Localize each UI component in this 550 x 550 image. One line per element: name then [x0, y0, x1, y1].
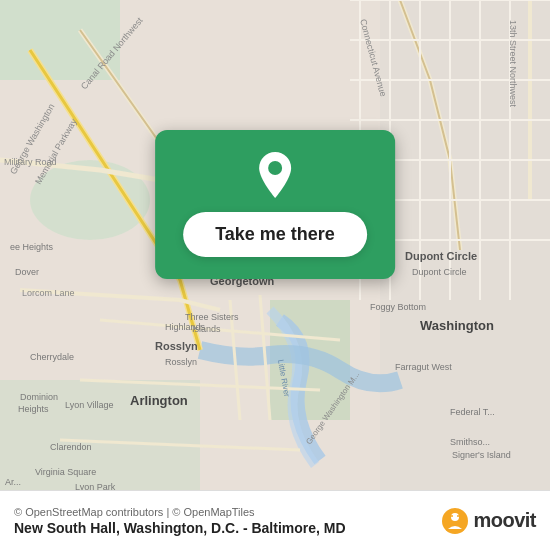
svg-text:Smithso...: Smithso...: [450, 437, 490, 447]
map-attribution: © OpenStreetMap contributors | © OpenMap…: [14, 506, 431, 518]
svg-text:Highlands: Highlands: [165, 322, 206, 332]
svg-text:Foggy Bottom: Foggy Bottom: [370, 302, 426, 312]
svg-text:Lyon Village: Lyon Village: [65, 400, 114, 410]
svg-text:Dover: Dover: [15, 267, 39, 277]
svg-text:Washington: Washington: [420, 318, 494, 333]
svg-text:Lorcom Lane: Lorcom Lane: [22, 288, 75, 298]
svg-text:Virginia Square: Virginia Square: [35, 467, 96, 477]
svg-text:ee Heights: ee Heights: [10, 242, 54, 252]
svg-text:Rosslyn: Rosslyn: [165, 357, 197, 367]
moovit-icon: [441, 507, 469, 535]
svg-text:Federal T...: Federal T...: [450, 407, 495, 417]
svg-text:Dupont Circle: Dupont Circle: [405, 250, 477, 262]
green-card: Take me there: [155, 130, 395, 279]
svg-text:13th Street Northwest: 13th Street Northwest: [508, 20, 518, 108]
svg-text:Signer's Island: Signer's Island: [452, 450, 511, 460]
moovit-logo: moovit: [441, 507, 536, 535]
bottom-bar: © OpenStreetMap contributors | © OpenMap…: [0, 490, 550, 550]
svg-point-59: [268, 161, 282, 175]
svg-text:Cherrydale: Cherrydale: [30, 352, 74, 362]
svg-text:Clarendon: Clarendon: [50, 442, 92, 452]
svg-point-61: [451, 513, 459, 521]
take-me-there-button[interactable]: Take me there: [183, 212, 367, 257]
svg-text:Dominion: Dominion: [20, 392, 58, 402]
map-container: George Washington Memorial Parkway Canal…: [0, 0, 550, 490]
svg-text:Heights: Heights: [18, 404, 49, 414]
svg-text:Rosslyn: Rosslyn: [155, 340, 198, 352]
moovit-brand-name: moovit: [473, 509, 536, 532]
svg-text:Arlington: Arlington: [130, 393, 188, 408]
svg-text:Three Sisters: Three Sisters: [185, 312, 239, 322]
svg-text:Military Road: Military Road: [4, 157, 57, 167]
location-pin-icon: [248, 148, 302, 202]
svg-text:Farragut West: Farragut West: [395, 362, 452, 372]
svg-point-62: [451, 515, 453, 517]
button-overlay: Take me there: [155, 130, 395, 279]
svg-text:Dupont Circle: Dupont Circle: [412, 267, 467, 277]
svg-text:Van Ness-UDC: Van Ness-UDC: [430, 0, 491, 2]
location-title: New South Hall, Washington, D.C. - Balti…: [14, 520, 431, 536]
svg-text:Ar...: Ar...: [5, 477, 21, 487]
svg-point-63: [457, 515, 459, 517]
svg-text:Lyon Park: Lyon Park: [75, 482, 116, 490]
